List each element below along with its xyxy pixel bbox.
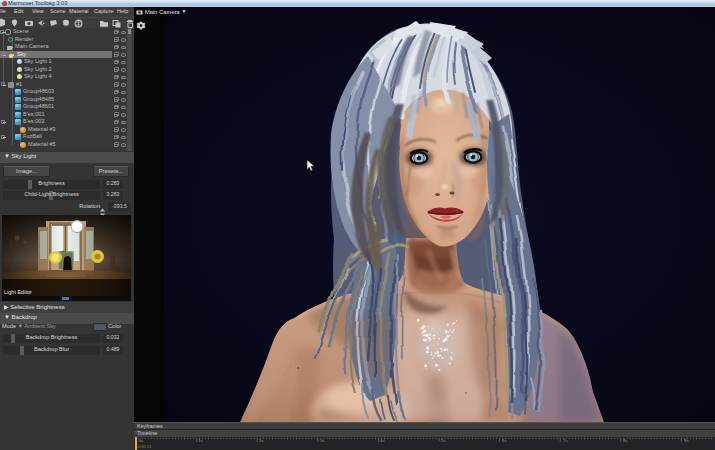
svg-text:Light Editor: Light Editor [4, 289, 32, 295]
